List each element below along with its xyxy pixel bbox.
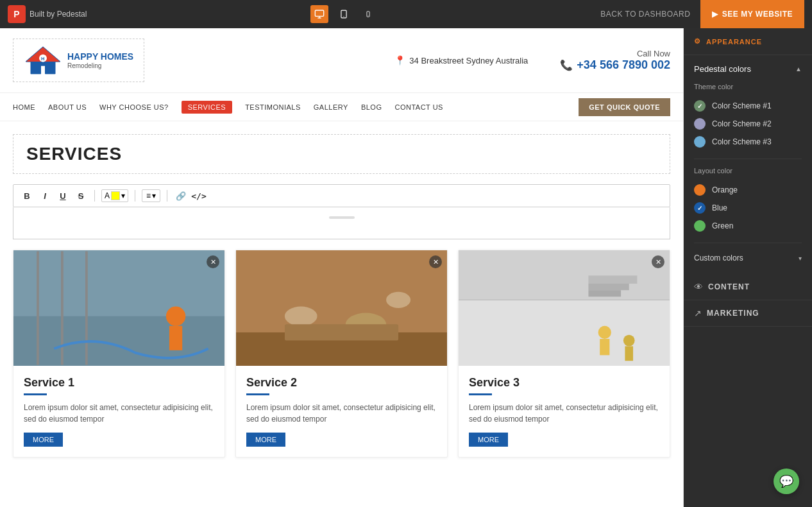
pedestal-colors-toggle[interactable]: Pedestal colors ▲: [694, 64, 802, 74]
right-sidebar: ⚙ APPEARANCE Pedestal colors ▲ Theme col…: [684, 28, 812, 507]
color-scheme-2-label: Color Scheme #2: [712, 119, 772, 128]
color-scheme-3-label: Color Scheme #3: [712, 137, 772, 146]
svg-point-4: [343, 16, 344, 17]
service-1-image: [13, 250, 224, 366]
text-color-picker[interactable]: A ▾: [101, 189, 128, 202]
svg-point-21: [285, 306, 317, 325]
toolbar-separator-2: [135, 190, 135, 202]
appearance-toggle[interactable]: ⚙ APPEARANCE: [694, 37, 802, 46]
custom-colors-chevron: ▾: [799, 255, 802, 262]
align-icon: ≡: [146, 191, 151, 200]
color-scheme-3-option[interactable]: Color Scheme #3: [694, 133, 802, 151]
color-scheme-1-dot: [694, 100, 706, 112]
service-3-body: Service 3 Lorem ipsum dolor sit amet, co…: [459, 366, 670, 457]
color-swatch: [111, 191, 120, 200]
content-nav-label: CONTENT: [708, 282, 750, 291]
text-color-label: A: [105, 191, 110, 200]
appearance-section-header: ⚙ APPEARANCE: [684, 28, 812, 55]
desktop-icon[interactable]: [310, 5, 328, 23]
editor-resize-handle[interactable]: [329, 216, 355, 219]
marketing-nav-item[interactable]: ↗ MARKETING: [684, 300, 812, 327]
alignment-picker[interactable]: ≡ ▾: [142, 189, 160, 202]
svg-rect-12: [13, 316, 224, 366]
service-1-divider: [24, 393, 47, 395]
see-my-website-button[interactable]: ▶ SEE MY WEBSITE: [700, 0, 804, 28]
service-3-more-button[interactable]: MORE: [469, 433, 508, 447]
nav-home[interactable]: HOME: [13, 101, 35, 114]
nav-why[interactable]: WHY CHOOSE US?: [99, 101, 169, 114]
strikethrough-button[interactable]: S: [74, 189, 88, 203]
svg-text:H: H: [41, 56, 44, 62]
marketing-nav-label: MARKETING: [707, 309, 759, 318]
service-2-image: [236, 250, 447, 366]
chat-bubble-button[interactable]: 💬: [774, 468, 799, 494]
service-1-close-button[interactable]: ✕: [207, 255, 219, 268]
svg-rect-26: [459, 250, 670, 300]
theme-color-label: Theme color: [694, 83, 802, 90]
nav-about[interactable]: ABOUT US: [48, 101, 87, 114]
svg-rect-23: [285, 324, 398, 340]
underline-button[interactable]: U: [56, 189, 70, 203]
back-dashboard-link[interactable]: BACK TO DASHBOARD: [600, 10, 690, 19]
service-3-close-button[interactable]: ✕: [652, 255, 664, 268]
services-page-title: SERVICES: [26, 144, 657, 164]
svg-point-6: [368, 15, 368, 16]
svg-rect-5: [367, 12, 369, 17]
svg-rect-30: [588, 290, 621, 296]
main-layout: H HAPPY HOMES Remodeling 📍 34 Breakstree…: [0, 28, 812, 507]
website-preview: H HAPPY HOMES Remodeling 📍 34 Breakstree…: [0, 28, 684, 507]
tablet-icon[interactable]: [335, 5, 353, 23]
content-icon: 👁: [694, 282, 703, 292]
custom-colors-label: Custom colors: [694, 254, 743, 262]
site-logo-text-block: HAPPY HOMES Remodeling: [67, 51, 133, 69]
content-nav-item[interactable]: 👁 CONTENT: [684, 274, 812, 300]
nav-blog[interactable]: BLOG: [361, 101, 382, 114]
nav-contact[interactable]: CONTACT US: [394, 101, 443, 114]
svg-point-16: [166, 306, 185, 325]
svg-rect-28: [588, 275, 637, 284]
get-quote-button[interactable]: GET QUICK QUOTE: [579, 98, 670, 116]
service-2-desc: Lorem ipsum dolor sit amet, consectetur …: [246, 402, 437, 425]
site-logo: H HAPPY HOMES Remodeling: [13, 39, 144, 82]
svg-point-24: [386, 292, 410, 308]
service-3-desc: Lorem ipsum dolor sit amet, consectetur …: [469, 402, 659, 425]
service-2-close-button[interactable]: ✕: [429, 255, 442, 268]
service-1-more-button[interactable]: MORE: [24, 433, 63, 447]
svg-rect-0: [315, 10, 323, 16]
service-card-2: ✕ Service 2 Lorem ipsum dolor sit amet, …: [235, 250, 448, 458]
appearance-label: APPEARANCE: [706, 38, 762, 46]
service-2-title: Service 2: [246, 376, 437, 390]
service-card-1: ✕ Service 1 Lorem ipsum dolor sit amet, …: [13, 250, 225, 458]
chat-icon: 💬: [779, 474, 793, 488]
bold-button[interactable]: B: [20, 189, 34, 203]
layout-blue-option[interactable]: Blue: [694, 199, 802, 217]
color-scheme-2-option[interactable]: Color Scheme #2: [694, 115, 802, 133]
map-pin-icon: 📍: [394, 55, 405, 65]
layout-orange-dot: [694, 184, 706, 196]
top-bar: P Built by Pedestal BACK TO DASHBOARD ▶ …: [0, 0, 812, 28]
appearance-icon: ⚙: [694, 37, 701, 46]
nav-gallery[interactable]: GALLERY: [314, 101, 348, 114]
link-button[interactable]: 🔗: [174, 189, 188, 203]
custom-colors-toggle[interactable]: Custom colors ▾: [694, 251, 802, 265]
site-header: H HAPPY HOMES Remodeling 📍 34 Breakstree…: [0, 28, 683, 93]
layout-orange-option[interactable]: Orange: [694, 181, 802, 199]
nav-testimonials[interactable]: TESTIMONIALS: [245, 101, 301, 114]
svg-point-31: [598, 326, 611, 339]
service-2-more-button[interactable]: MORE: [246, 433, 285, 447]
color-scheme-1-option[interactable]: Color Scheme #1: [694, 97, 802, 115]
site-nav: HOME ABOUT US WHY CHOOSE US? SERVICES TE…: [0, 93, 683, 121]
toolbar-separator-1: [94, 190, 95, 202]
color-section-divider: [694, 159, 802, 159]
nav-services[interactable]: SERVICES: [182, 101, 232, 114]
pedestal-colors-label: Pedestal colors: [694, 64, 751, 74]
layout-blue-dot: [694, 202, 706, 214]
services-grid: ✕ Service 1 Lorem ipsum dolor sit amet, …: [13, 250, 670, 458]
layout-green-option[interactable]: Green: [694, 217, 802, 235]
service-card-3: ✕ Service 3 Lorem ipsum dolor sit amet, …: [458, 250, 670, 458]
mobile-icon[interactable]: [359, 5, 377, 23]
code-button[interactable]: </>: [192, 189, 206, 203]
italic-button[interactable]: I: [38, 189, 52, 203]
service-1-desc: Lorem ipsum dolor sit amet, consectetur …: [24, 402, 214, 425]
editor-content-box[interactable]: [13, 207, 670, 239]
